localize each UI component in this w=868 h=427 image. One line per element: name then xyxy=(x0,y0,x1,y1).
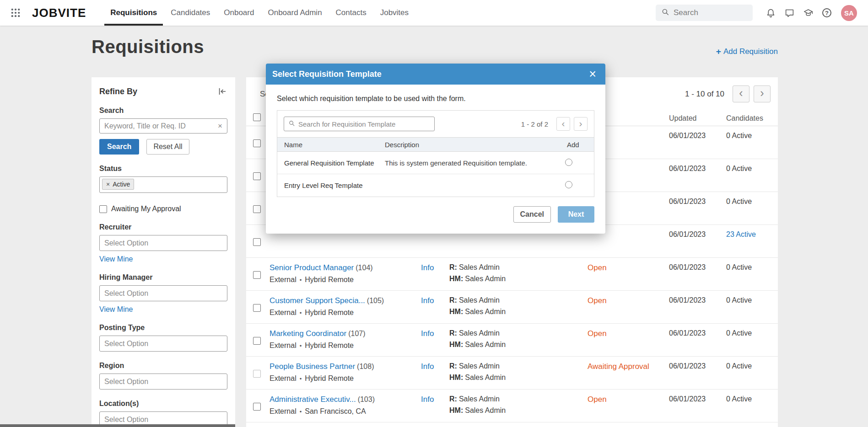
candidates-count: 0 Active xyxy=(721,159,778,192)
posting-type-filter-label: Posting Type xyxy=(99,324,227,332)
template-description: This is system generated Requisition tem… xyxy=(378,159,560,167)
recruiter-name: Sales Admin xyxy=(459,395,500,403)
search-button[interactable]: Search xyxy=(99,139,139,155)
requisition-title-link[interactable]: Customer Support Specia... xyxy=(270,296,365,305)
help-icon[interactable]: ? xyxy=(822,8,831,17)
apps-grid-icon[interactable] xyxy=(11,8,20,17)
location: Hybrid Remote xyxy=(305,309,354,316)
template-pagination-prev-button[interactable]: ‹ xyxy=(556,117,570,131)
search-icon xyxy=(661,8,669,18)
status-filter-label: Status xyxy=(99,165,227,173)
posting-type-select[interactable]: Select Option xyxy=(99,336,227,352)
training-graduation-cap-icon[interactable] xyxy=(803,8,813,18)
updated-date: 06/01/2023 xyxy=(664,159,721,192)
hiring-manager-select[interactable]: Select Option xyxy=(99,285,227,301)
info-link[interactable]: Info xyxy=(421,329,434,338)
navbar-icons: ? xyxy=(766,8,831,18)
pagination-prev-button[interactable]: ‹ xyxy=(733,85,749,102)
nav-item-onboard[interactable]: Onboard xyxy=(217,0,261,26)
hiring-manager-select-placeholder: Select Option xyxy=(104,289,148,298)
req-id: (107) xyxy=(348,330,365,337)
horizontal-scrollbar[interactable] xyxy=(0,424,235,427)
global-search[interactable] xyxy=(656,5,753,21)
messages-chat-icon[interactable] xyxy=(785,8,794,18)
reset-all-button[interactable]: Reset All xyxy=(146,139,189,155)
keyword-search-input[interactable] xyxy=(104,122,218,130)
requisition-title-link[interactable]: Marketing Coordinator xyxy=(270,329,346,338)
column-header-updated: Updated xyxy=(664,114,721,123)
candidates-count: 0 Active xyxy=(721,258,778,290)
info-link[interactable]: Info xyxy=(421,296,434,305)
jobvite-logo[interactable]: JOBVITE xyxy=(32,6,86,20)
remove-tag-icon[interactable]: × xyxy=(106,181,110,187)
row-checkbox[interactable] xyxy=(253,205,261,213)
template-search-field[interactable] xyxy=(284,117,435,131)
user-avatar[interactable]: SA xyxy=(841,5,857,21)
cancel-button[interactable]: Cancel xyxy=(513,206,551,223)
region-select[interactable]: Select Option xyxy=(99,374,227,390)
pagination-next-button[interactable]: › xyxy=(754,85,771,102)
select-requisition-template-modal: Select Requisition Template × Select whi… xyxy=(266,64,605,234)
nav-item-contacts[interactable]: Contacts xyxy=(329,0,373,26)
requisition-title-link[interactable]: People Business Partner xyxy=(270,362,355,371)
add-requisition-button[interactable]: + Add Requisition xyxy=(716,47,778,57)
row-checkbox[interactable] xyxy=(253,304,261,312)
requisition-title-link[interactable]: Administrative Executiv... xyxy=(270,395,356,404)
hiring-manager-view-mine-link[interactable]: View Mine xyxy=(99,305,133,314)
nav-item-candidates[interactable]: Candidates xyxy=(164,0,217,26)
row-checkbox[interactable] xyxy=(253,370,261,378)
row-checkbox[interactable] xyxy=(253,139,261,147)
recruiter-view-mine-link[interactable]: View Mine xyxy=(99,255,133,263)
nav-item-onboard-admin[interactable]: Onboard Admin xyxy=(261,0,329,26)
top-navbar: JOBVITE Requisitions Candidates Onboard … xyxy=(0,0,868,26)
awaiting-my-approval-label: Awaiting My Approval xyxy=(111,205,181,213)
info-link[interactable]: Info xyxy=(421,263,434,272)
location: Hybrid Remote xyxy=(305,342,354,349)
recruiter-label: R: xyxy=(449,263,457,271)
template-name: Entry Level Req Template xyxy=(277,181,378,189)
recruiter-select[interactable]: Select Option xyxy=(99,235,227,251)
row-checkbox[interactable] xyxy=(253,172,261,180)
global-search-input[interactable] xyxy=(674,8,775,17)
status-multiselect[interactable]: × Active xyxy=(99,176,227,193)
collapse-sidebar-icon[interactable] xyxy=(217,86,227,96)
clear-input-icon[interactable]: × xyxy=(218,122,222,130)
select-all-checkbox[interactable] xyxy=(253,113,261,121)
keyword-search-field[interactable]: × xyxy=(99,118,227,133)
row-checkbox[interactable] xyxy=(253,271,261,279)
info-link[interactable]: Info xyxy=(421,362,434,371)
template-pagination-range: 1 - 2 of 2 xyxy=(521,120,548,128)
status-text: Awaiting Approval xyxy=(588,362,649,371)
status-tag-label: Active xyxy=(113,181,130,188)
recruiter-name: Sales Admin xyxy=(459,296,500,304)
nav-item-jobvites[interactable]: Jobvites xyxy=(373,0,415,26)
recruiter-label: R: xyxy=(449,395,457,403)
template-radio[interactable] xyxy=(565,159,572,166)
close-icon[interactable]: × xyxy=(589,68,596,80)
nav-item-requisitions[interactable]: Requisitions xyxy=(103,0,164,26)
template-pagination-next-button[interactable]: › xyxy=(574,117,588,131)
info-link[interactable]: Info xyxy=(421,395,434,404)
add-requisition-label: Add Requisition xyxy=(723,47,778,56)
candidates-count: 0 Active xyxy=(721,324,778,356)
candidates-count: 0 Active xyxy=(721,357,778,389)
notifications-bell-icon[interactable] xyxy=(766,8,776,18)
requisition-title-link[interactable]: Senior Product Manager xyxy=(270,263,354,272)
updated-date: 06/01/2023 xyxy=(664,126,721,159)
template-search-input[interactable] xyxy=(298,120,430,128)
next-button[interactable]: Next xyxy=(558,206,594,223)
status-tag-active[interactable]: × Active xyxy=(102,179,134,190)
candidates-count-link[interactable]: 23 Active xyxy=(726,230,756,238)
modal-description: Select which requisition template to be … xyxy=(277,95,594,103)
page-title: Requisitions xyxy=(92,37,204,57)
row-checkbox[interactable] xyxy=(253,337,261,345)
template-radio[interactable] xyxy=(565,181,572,188)
row-checkbox[interactable] xyxy=(253,403,261,411)
awaiting-my-approval-checkbox[interactable] xyxy=(99,205,107,213)
template-column-add: Add xyxy=(560,141,594,149)
template-name: General Requisition Template xyxy=(277,159,378,167)
location: Hybrid Remote xyxy=(305,276,354,283)
row-checkbox[interactable] xyxy=(253,238,261,246)
locations-filter-label: Location(s) xyxy=(99,400,227,408)
refine-by-sidebar: Refine By Search × Search Reset All Stat… xyxy=(92,77,235,427)
